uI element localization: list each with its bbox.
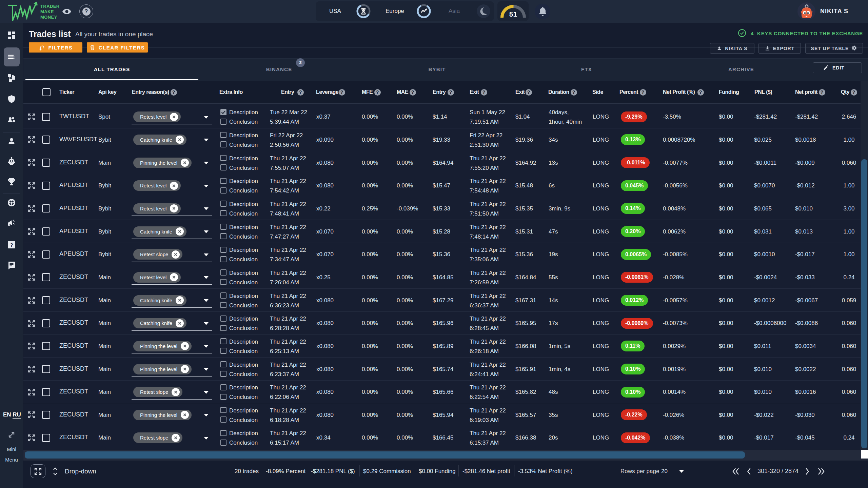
svg-text:?: ? bbox=[10, 242, 13, 248]
